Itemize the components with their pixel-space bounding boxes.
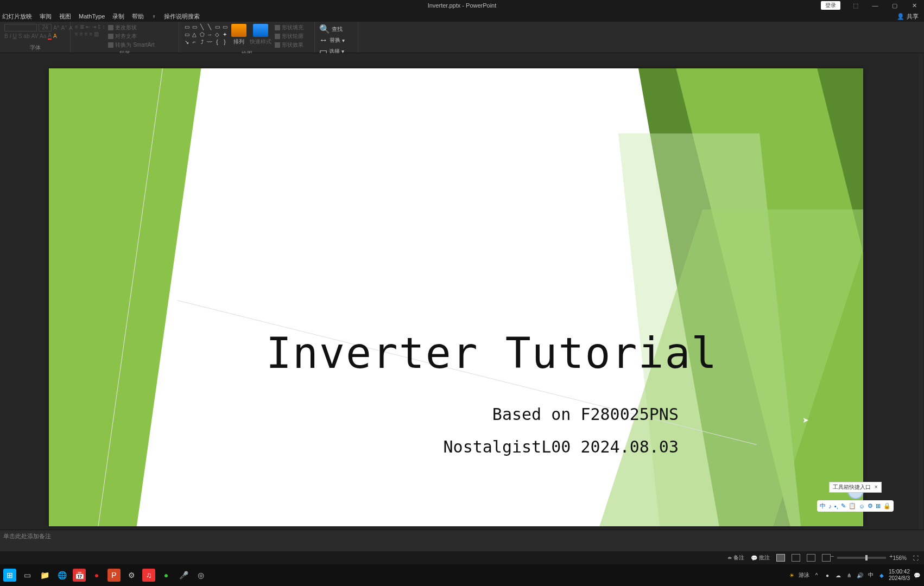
increase-font-icon[interactable]: A^ — [53, 25, 59, 31]
tell-me-search[interactable]: 操作说明搜索 — [164, 12, 200, 21]
volume-icon[interactable]: 🔊 — [856, 571, 864, 579]
menu-help[interactable]: 帮助 — [132, 12, 144, 21]
menu-mathtype[interactable]: MathType — [79, 13, 105, 20]
calendar-icon[interactable]: 📅 — [73, 569, 86, 582]
arrange-button[interactable]: 排列 — [231, 24, 246, 46]
notes-pane[interactable]: 单击此处添加备注 — [0, 530, 924, 551]
zoom-level[interactable]: 156% — [893, 555, 907, 561]
shape-arrow-icon[interactable]: → — [206, 31, 213, 38]
menu-view[interactable]: 视图 — [59, 12, 71, 21]
view-slideshow-button[interactable] — [822, 554, 831, 562]
fit-to-window-button[interactable]: ⛶ — [913, 555, 919, 561]
ime-punct-button[interactable]: •, — [834, 503, 838, 509]
line-spacing-button[interactable]: ‡ — [98, 24, 101, 30]
weather-text[interactable]: 游泳 — [799, 571, 809, 579]
app-green-icon[interactable]: ● — [160, 569, 173, 582]
powerpoint-icon[interactable]: P — [107, 569, 121, 582]
menu-record[interactable]: 录制 — [112, 12, 124, 21]
shape-line-icon[interactable]: ╲ — [199, 24, 205, 30]
tray-overflow-button[interactable]: ^ — [813, 571, 820, 579]
shape-curve-icon[interactable]: ⤴ — [199, 39, 205, 46]
ime-sound-icon[interactable]: ♪ — [828, 503, 832, 509]
shape-square-icon[interactable]: ▭ — [183, 31, 190, 38]
tray-cloud-icon[interactable]: ☁ — [834, 571, 842, 579]
shape-outline-button[interactable]: 形状轮廓 — [282, 33, 303, 40]
highlight-button[interactable]: A — [53, 33, 57, 39]
shape-rect2-icon[interactable]: ▭ — [191, 24, 198, 30]
shape-star-icon[interactable]: ✦ — [221, 31, 228, 38]
login-button[interactable]: 登录 — [821, 1, 840, 10]
mic-icon[interactable]: 🎤 — [177, 569, 190, 582]
align-left-button[interactable]: ≡ — [75, 31, 78, 37]
shapes-gallery[interactable]: ▭ ▭ ╲ ╲ ▭ ▭ ▭ △ ⬠ → ◇ ✦ ↘ ⌐ ⤴ 〰 { } — [183, 24, 228, 46]
decrease-font-icon[interactable]: A˅ — [61, 25, 67, 31]
weather-icon[interactable]: ☀ — [788, 571, 795, 579]
shape-rect3-icon[interactable]: ▭ — [214, 24, 220, 30]
shape-arrow2-icon[interactable]: ↘ — [183, 39, 190, 46]
notes-toggle-button[interactable]: ≐ 备注 — [727, 554, 744, 562]
columns-button[interactable]: ▥ — [94, 31, 99, 37]
bullets-button[interactable]: ≡ — [75, 24, 78, 30]
font-family-combo[interactable] — [4, 24, 37, 31]
quick-styles-button[interactable]: 快速样式 — [250, 24, 271, 46]
bold-button[interactable]: B — [4, 33, 8, 39]
align-center-button[interactable]: ≡ — [80, 31, 83, 37]
zoom-slider[interactable] — [837, 557, 886, 559]
shape-line2-icon[interactable]: ╲ — [206, 24, 213, 30]
strike-button[interactable]: S — [18, 33, 22, 39]
shape-elbow-icon[interactable]: ⌐ — [191, 39, 198, 46]
view-sorter-button[interactable] — [792, 554, 800, 562]
align-right-button[interactable]: ≡ — [85, 31, 88, 37]
indent-dec-button[interactable]: ⇤ — [86, 24, 90, 30]
edge-icon[interactable]: 🌐 — [55, 569, 68, 582]
menu-review[interactable]: 审阅 — [40, 12, 52, 21]
app-red-icon[interactable]: ● — [90, 569, 103, 582]
shape-rect4-icon[interactable]: ▭ — [221, 24, 228, 30]
start-button[interactable]: ⊞ — [3, 569, 16, 582]
change-shape-button[interactable]: 更改形状 — [115, 24, 137, 31]
shape-brace-r-icon[interactable]: } — [221, 39, 228, 46]
ime-emoji-icon[interactable]: ☺ — [859, 503, 865, 509]
case-button[interactable]: Aa — [40, 33, 46, 39]
settings-icon[interactable]: ⚙ — [125, 569, 138, 582]
zoom-slider-thumb[interactable] — [865, 555, 868, 560]
italic-button[interactable]: I — [10, 33, 11, 39]
comments-toggle-button[interactable]: 💬 批注 — [751, 554, 770, 562]
underline-button[interactable]: U — [12, 33, 16, 39]
shape-rect-icon[interactable]: ▭ — [183, 24, 190, 30]
shape-fill-button[interactable]: 形状填充 — [282, 24, 303, 31]
ime-tooltip-close[interactable]: × — [875, 484, 878, 490]
close-button[interactable]: ✕ — [904, 0, 924, 11]
view-normal-button[interactable] — [776, 554, 785, 562]
tray-app1-icon[interactable]: ● — [824, 571, 831, 579]
convert-smartart-button[interactable]: 转换为 SmartArt — [115, 41, 154, 49]
justify-button[interactable]: ≡ — [90, 31, 93, 37]
shape-brace-l-icon[interactable]: { — [214, 39, 220, 46]
shape-pentagon-icon[interactable]: ⬠ — [199, 31, 205, 38]
shape-triangle-icon[interactable]: △ — [191, 31, 198, 38]
shape-wave-icon[interactable]: 〰 — [206, 39, 213, 46]
slide-subtitle1-text[interactable]: Based on F280025PNS — [492, 405, 679, 424]
ribbon-display-options-icon[interactable]: ⬚ — [846, 0, 865, 11]
font-color-button[interactable]: A — [48, 33, 52, 40]
slide-canvas[interactable]: Inverter Tutorial Based on F280025PNS No… — [49, 68, 863, 526]
slide-subtitle2-text[interactable]: NostalgistL00 2024.08.03 — [444, 437, 679, 456]
share-button[interactable]: 共享 — [907, 12, 919, 21]
text-direction-button[interactable]: ↕ — [102, 24, 105, 30]
minimize-button[interactable]: — — [865, 0, 885, 11]
obs-icon[interactable]: ◎ — [194, 569, 207, 582]
menu-slideshow[interactable]: 幻灯片放映 — [2, 12, 32, 21]
ime-settings-icon[interactable]: ⚙ — [868, 502, 873, 509]
maximize-button[interactable]: ▢ — [885, 0, 904, 11]
replace-button[interactable]: 替换 — [330, 36, 340, 44]
system-clock[interactable]: 15:00:42 2024/8/3 — [889, 569, 910, 582]
ime-mode-button[interactable]: 中 — [820, 502, 826, 510]
defender-icon[interactable]: ◆ — [878, 571, 885, 579]
slide-title-text[interactable]: Inverter Tutorial — [266, 329, 718, 378]
indent-inc-button[interactable]: ⇥ — [92, 24, 96, 30]
view-reading-button[interactable] — [807, 554, 815, 562]
ime-clipboard-icon[interactable]: 📋 — [849, 502, 856, 509]
task-view-button[interactable]: ▭ — [21, 569, 34, 582]
slide-edit-area[interactable]: Inverter Tutorial Based on F280025PNS No… — [0, 53, 924, 530]
ime-grid-icon[interactable]: ⊞ — [876, 502, 881, 509]
